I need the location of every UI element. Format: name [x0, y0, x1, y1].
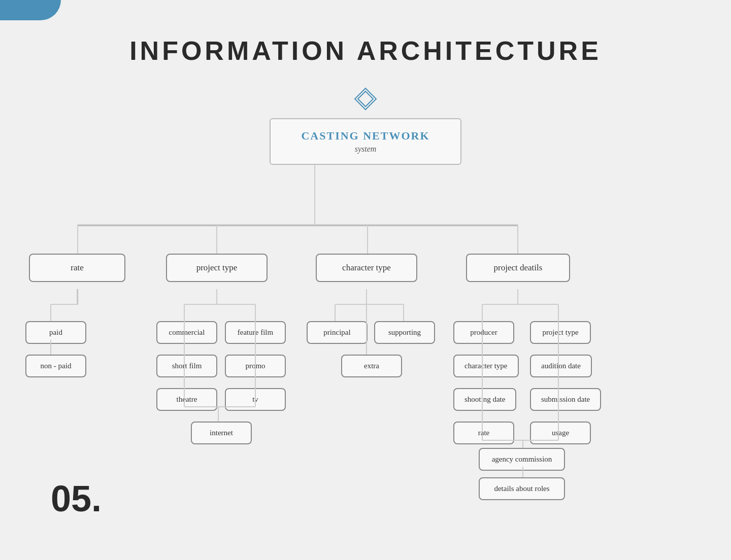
usage-node: usage: [530, 422, 591, 444]
audition-date-node: audition date: [530, 355, 592, 377]
principal-label: principal: [307, 321, 368, 344]
character-type-label: character type: [316, 254, 417, 282]
root-subtitle: system: [301, 145, 429, 154]
root-title: CASTING NETWORK: [301, 129, 429, 143]
supporting-node: supporting: [374, 321, 435, 344]
char-type-detail-node: character type: [453, 355, 519, 377]
principal-node: principal: [307, 321, 368, 344]
non-paid-label: non - paid: [25, 355, 86, 377]
agency-commission-label: agency commission: [479, 448, 565, 471]
theatre-node: theatre: [156, 388, 217, 411]
promo-node: promo: [225, 355, 286, 377]
supporting-label: supporting: [374, 321, 435, 344]
feature-film-node: feature film: [225, 321, 286, 344]
project-type-detail-label: project type: [530, 321, 591, 344]
commercial-label: commercial: [156, 321, 217, 344]
audition-date-label: audition date: [530, 355, 592, 377]
project-details-label: project deatils: [466, 254, 570, 282]
project-type-detail-node: project type: [530, 321, 591, 344]
promo-label: promo: [225, 355, 286, 377]
char-type-detail-label: character type: [453, 355, 519, 377]
tv-node: tv: [225, 388, 286, 411]
feature-film-label: feature film: [225, 321, 286, 344]
tv-label: tv: [225, 388, 286, 411]
project-type-label: project type: [166, 254, 268, 282]
submission-date-node: submission date: [530, 388, 601, 411]
extra-label: extra: [341, 355, 402, 377]
short-film-label: short film: [156, 355, 217, 377]
character-type-node: character type: [316, 254, 417, 282]
commercial-node: commercial: [156, 321, 217, 344]
submission-date-label: submission date: [530, 388, 601, 411]
agency-commission-node: agency commission: [479, 448, 565, 471]
rate-detail-label: rate: [453, 422, 514, 444]
rate-detail-node: rate: [453, 422, 514, 444]
extra-node: extra: [341, 355, 402, 377]
paid-label: paid: [25, 321, 86, 344]
rate-node: rate: [29, 254, 125, 282]
details-roles-label: details about roles: [479, 477, 565, 500]
short-film-node: short film: [156, 355, 217, 377]
page-number: 05.: [51, 478, 102, 519]
root-node: CASTING NETWORK system: [270, 118, 461, 165]
rate-label: rate: [29, 254, 125, 282]
internet-node: internet: [191, 422, 252, 444]
paid-node: paid: [25, 321, 86, 344]
non-paid-node: non - paid: [25, 355, 86, 377]
internet-label: internet: [191, 422, 252, 444]
details-roles-node: details about roles: [479, 477, 565, 500]
theatre-label: theatre: [156, 388, 217, 411]
project-type-node: project type: [166, 254, 268, 282]
producer-label: producer: [453, 321, 514, 344]
producer-node: producer: [453, 321, 514, 344]
project-details-node: project deatils: [466, 254, 570, 282]
diamond-icon: [0, 86, 731, 115]
shooting-date-node: shooting date: [453, 388, 516, 411]
shooting-date-label: shooting date: [453, 388, 516, 411]
page-title: INFORMATION ARCHITECTURE: [0, 0, 731, 66]
usage-label: usage: [530, 422, 591, 444]
